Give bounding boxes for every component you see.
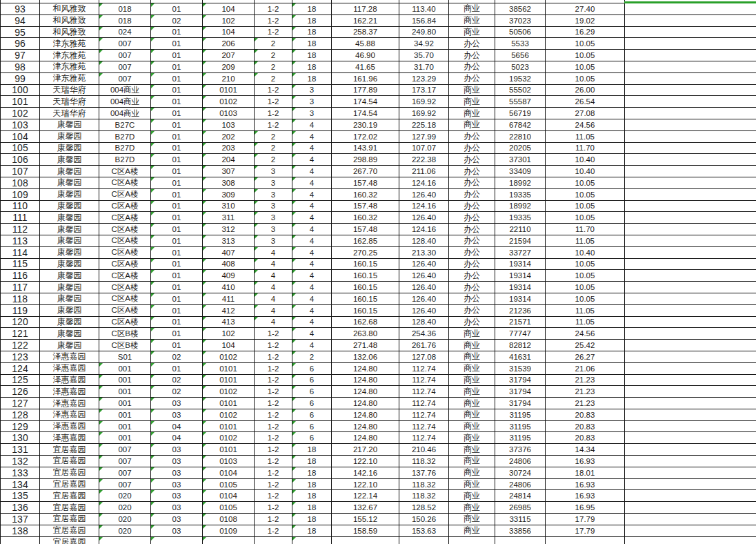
cell-unit_price[interactable]: 11.05 (546, 131, 625, 143)
cell-seq[interactable]: 127 (1, 398, 40, 409)
cell-area_inner[interactable]: 210.46 (399, 444, 449, 456)
cell-use[interactable]: 办公 (449, 131, 495, 143)
cell-seq[interactable]: 103 (1, 119, 40, 131)
cell-floor[interactable]: 1-2 (255, 340, 292, 351)
cell-room[interactable]: 0108 (203, 514, 255, 525)
cell-area_total[interactable]: 46.90 (332, 50, 399, 61)
cell-area_total[interactable]: 117.28 (332, 3, 399, 15)
cell-unit_price[interactable]: 16.29 (546, 27, 625, 39)
cell-unit_price[interactable]: 10.05 (546, 189, 625, 201)
cell-name[interactable]: 康馨园 (40, 270, 99, 282)
cell-area_inner[interactable]: 211.06 (399, 166, 449, 177)
cell-use[interactable]: 办公 (449, 201, 495, 213)
cell-unit[interactable]: 01 (151, 50, 203, 61)
cell-floors[interactable]: 4 (292, 328, 332, 340)
cell-seq[interactable]: 135 (1, 490, 40, 502)
cell-use[interactable]: 办公 (449, 247, 495, 259)
cell-room[interactable]: 312 (203, 224, 255, 235)
cell-area_inner[interactable]: 128.52 (399, 502, 449, 514)
cell-area_inner[interactable]: 126.40 (399, 189, 449, 201)
cell-name[interactable]: 宜居嘉园 (40, 456, 99, 467)
cell-name[interactable]: 康馨园 (40, 119, 99, 131)
cell-unit_price[interactable]: 17.79 (546, 525, 625, 537)
cell-amount[interactable]: 37376 (495, 444, 546, 456)
cell-unit[interactable]: 01 (151, 317, 203, 329)
cell-floor[interactable]: 2 (255, 50, 292, 61)
cell-amount[interactable]: 33727 (495, 247, 546, 259)
cell-amount[interactable]: 38562 (495, 3, 546, 15)
cell-unit[interactable]: 01 (151, 38, 203, 50)
cell-unit[interactable]: 03 (151, 398, 203, 409)
cell-unit_price[interactable]: 24.56 (546, 328, 625, 340)
cell-area_inner[interactable]: 169.92 (399, 96, 449, 108)
cell-use[interactable]: 办公 (449, 38, 495, 50)
cell-floors[interactable]: 6 (292, 398, 332, 409)
cell-seq[interactable]: 125 (1, 375, 40, 387)
cell-floors[interactable]: 6 (292, 409, 332, 421)
cell-area_total[interactable]: 177.89 (332, 85, 399, 97)
cell-room[interactable]: 104 (203, 340, 255, 351)
cell-seq[interactable]: 96 (1, 38, 40, 50)
cell-floor[interactable]: 1-2 (255, 351, 292, 363)
cell-blank[interactable] (625, 514, 756, 525)
cell-name[interactable]: 泽惠嘉园 (40, 398, 99, 409)
cell-blank[interactable] (625, 73, 756, 85)
cell-floor[interactable]: 1-2 (255, 108, 292, 119)
cell-amount[interactable]: 19314 (495, 293, 546, 305)
cell-room[interactable]: 102 (203, 15, 255, 27)
cell-code[interactable]: 001 (99, 375, 151, 387)
cell-code[interactable]: C区A楼 (99, 270, 151, 282)
cell-code[interactable]: S01 (99, 351, 151, 363)
cell-area_total[interactable]: 124.80 (332, 363, 399, 375)
cell-seq[interactable]: 134 (1, 479, 40, 491)
cell-unit[interactable]: 01 (151, 73, 203, 85)
cell-room[interactable]: 0105 (203, 502, 255, 514)
cell-area_inner[interactable]: 112.74 (399, 363, 449, 375)
cell-use[interactable]: 办公 (449, 212, 495, 224)
cell-name[interactable]: 康馨园 (40, 224, 99, 235)
cell-blank[interactable] (625, 340, 756, 351)
cell-area_total[interactable]: 122.10 (332, 479, 399, 491)
cell-unit_price[interactable]: 10.05 (546, 50, 625, 61)
cell-amount[interactable]: 50506 (495, 27, 546, 39)
cell-use[interactable]: 办公 (449, 154, 495, 166)
cell-amount[interactable]: 33409 (495, 166, 546, 177)
cell-use[interactable]: 商业 (449, 502, 495, 514)
cell-floor[interactable]: 1-2 (255, 398, 292, 409)
cell-unit[interactable]: 01 (151, 189, 203, 201)
cell-blank[interactable] (625, 525, 756, 537)
cell-code[interactable]: B27C (99, 119, 151, 131)
cell-room[interactable]: 103 (203, 119, 255, 131)
cell-room[interactable]: 0103 (203, 108, 255, 119)
cell-name[interactable]: 康馨园 (40, 177, 99, 189)
cell-use[interactable]: 商业 (449, 363, 495, 375)
cell-area_total[interactable]: 162.85 (332, 235, 399, 247)
cell-floors[interactable]: 4 (292, 317, 332, 329)
cell-floors[interactable]: 4 (292, 247, 332, 259)
cell-amount[interactable]: 31195 (495, 421, 546, 433)
cell-unit_price[interactable]: 26.54 (546, 96, 625, 108)
cell-unit_price[interactable]: 16.93 (546, 456, 625, 467)
cell-area_inner[interactable]: 118.32 (399, 490, 449, 502)
cell-blank[interactable] (625, 432, 756, 444)
cell-unit[interactable]: 04 (151, 421, 203, 433)
cell-unit[interactable]: 01 (151, 154, 203, 166)
cell-area_total[interactable]: 124.80 (332, 398, 399, 409)
cell-area_total[interactable]: 132.67 (332, 502, 399, 514)
cell-area_total[interactable]: 122.14 (332, 490, 399, 502)
cell-area_total[interactable]: 258.37 (332, 27, 399, 39)
cell-use[interactable]: 商业 (449, 3, 495, 15)
cell-unit_price[interactable]: 20.83 (546, 432, 625, 444)
cell-seq[interactable]: 138 (1, 525, 40, 537)
cell-area_inner[interactable]: 112.74 (399, 421, 449, 433)
cell-area_inner[interactable]: 173.17 (399, 85, 449, 97)
cell-blank[interactable] (625, 328, 756, 340)
cell-area_inner[interactable]: 31.70 (399, 61, 449, 73)
cell-name[interactable]: 天瑞华府 (40, 85, 99, 97)
cell-code[interactable]: 018 (99, 3, 151, 15)
cell-floor[interactable]: 4 (255, 259, 292, 271)
cell-area_total[interactable]: 160.15 (332, 270, 399, 282)
cell-floor[interactable]: 2 (255, 38, 292, 50)
cell-blank[interactable] (625, 317, 756, 329)
cell-blank[interactable] (625, 479, 756, 491)
